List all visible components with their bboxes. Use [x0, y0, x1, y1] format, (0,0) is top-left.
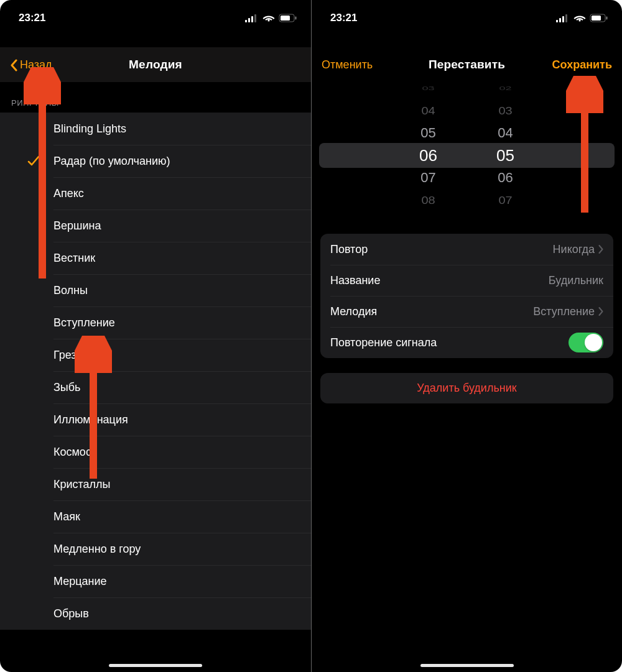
ringtone-item[interactable]: Медленно в гору: [0, 533, 311, 565]
ringtone-item[interactable]: Иллюминация: [0, 403, 311, 436]
status-bar: 23:21: [0, 0, 311, 27]
picker-item: 03: [404, 82, 453, 94]
svg-rect-12: [565, 14, 567, 22]
ringtone-label: Кристаллы: [53, 478, 111, 491]
row-name[interactable]: Название Будильник: [320, 265, 613, 296]
page-title: Мелодия: [129, 58, 182, 71]
svg-rect-15: [606, 17, 608, 20]
phone-right: 23:21 Отменить Переставить Сохранить 030…: [311, 0, 622, 672]
wifi-icon: [262, 14, 275, 22]
svg-rect-11: [562, 16, 564, 22]
page-title: Переставить: [429, 58, 505, 71]
ringtone-label: Мерцание: [53, 575, 107, 588]
status-bar: 23:21: [312, 0, 622, 27]
picker-minutes[interactable]: 02030405060708: [481, 77, 531, 214]
ringtone-label: Зыбь: [53, 381, 81, 394]
home-indicator[interactable]: [109, 664, 202, 667]
ringtone-label: Вступление: [53, 316, 115, 329]
row-value: Вступление: [533, 305, 595, 318]
delete-group: Удалить будильник: [320, 373, 613, 403]
alarm-settings-group: Повтор Никогда Название Будильник Мелоди…: [320, 234, 613, 358]
row-value: Никогда: [553, 243, 595, 256]
svg-rect-9: [556, 20, 558, 22]
ringtone-label: Маяк: [53, 510, 80, 523]
svg-rect-3: [254, 14, 256, 22]
row-melody[interactable]: Мелодия Вступление: [320, 296, 613, 327]
svg-rect-5: [281, 16, 290, 21]
svg-rect-2: [251, 16, 253, 22]
ringtone-list: Blinding LightsРадар (по умолчанию)Апекс…: [0, 113, 311, 630]
svg-rect-0: [245, 20, 247, 22]
ringtone-label: Радар (по умолчанию): [53, 155, 170, 168]
nav-bar: Назад Мелодия: [0, 47, 311, 82]
row-snooze: Повторение сигнала: [320, 327, 613, 358]
save-button[interactable]: Сохранить: [552, 58, 612, 71]
ringtone-label: Грезы: [53, 349, 85, 362]
ringtone-item[interactable]: Зыбь: [0, 371, 311, 403]
picker-item: 07: [404, 167, 453, 189]
row-label: Повтор: [330, 243, 368, 256]
ringtone-label: Волны: [53, 284, 88, 297]
ringtone-label: Апекс: [53, 187, 84, 200]
battery-icon: [279, 14, 297, 22]
ringtone-item[interactable]: Blinding Lights: [0, 113, 311, 145]
ringtone-item[interactable]: Мерцание: [0, 565, 311, 597]
ringtone-label: Медленно в гору: [53, 543, 141, 556]
ringtone-label: Обрыв: [53, 607, 89, 620]
row-value: Будильник: [549, 274, 603, 287]
cellular-dual-icon: [245, 14, 259, 22]
chevron-left-icon: [10, 59, 17, 71]
row-label: Повторение сигнала: [330, 336, 437, 349]
ringtone-item[interactable]: Кристаллы: [0, 468, 311, 500]
ringtone-item[interactable]: Апекс: [0, 177, 311, 209]
picker-item: 06: [404, 144, 453, 167]
picker-item: 08: [404, 191, 453, 209]
delete-alarm-button[interactable]: Удалить будильник: [320, 373, 613, 403]
ringtone-item[interactable]: Космос: [0, 436, 311, 468]
cellular-dual-icon: [556, 14, 570, 22]
picker-item: 04: [481, 122, 531, 144]
ringtone-item[interactable]: Волны: [0, 274, 311, 306]
back-button[interactable]: Назад: [10, 58, 52, 71]
status-time: 23:21: [330, 12, 357, 24]
status-icons: [556, 14, 608, 22]
ringtone-item[interactable]: Маяк: [0, 500, 311, 533]
ringtone-item[interactable]: Вступление: [0, 306, 311, 339]
ringtone-item[interactable]: Обрыв: [0, 597, 311, 630]
chevron-right-icon: [598, 307, 603, 316]
ringtone-label: Иллюминация: [53, 413, 128, 426]
home-indicator[interactable]: [420, 664, 514, 667]
picker-item: 07: [481, 191, 531, 209]
svg-rect-6: [295, 17, 297, 20]
ringtone-item[interactable]: Радар (по умолчанию): [0, 145, 311, 177]
picker-item: 05: [404, 122, 453, 144]
ringtone-label: Вестник: [53, 252, 95, 265]
status-icons: [245, 14, 297, 22]
svg-rect-1: [248, 18, 250, 22]
picker-item: 05: [481, 144, 531, 167]
wifi-icon: [573, 14, 586, 22]
svg-rect-14: [592, 16, 601, 21]
picker-item: 04: [404, 102, 453, 120]
picker-hours[interactable]: 03040506070809: [404, 77, 453, 214]
ringtone-label: Blinding Lights: [53, 122, 126, 136]
cancel-button[interactable]: Отменить: [322, 58, 373, 71]
picker-item: 02: [481, 82, 531, 94]
chevron-right-icon: [598, 245, 603, 254]
snooze-toggle[interactable]: [569, 333, 603, 352]
ringtone-item[interactable]: Вестник: [0, 242, 311, 274]
ringtone-label: Космос: [53, 446, 91, 459]
row-label: Название: [330, 274, 380, 287]
row-repeat[interactable]: Повтор Никогда: [320, 234, 613, 265]
back-label: Назад: [20, 58, 52, 71]
ringtone-item[interactable]: Вершина: [0, 209, 311, 242]
status-time: 23:21: [19, 12, 45, 24]
time-picker[interactable]: 03040506070809 02030405060708: [312, 87, 622, 224]
nav-bar: Отменить Переставить Сохранить: [312, 47, 622, 82]
picker-item: 03: [481, 102, 531, 120]
picker-item: 06: [481, 167, 531, 189]
ringtone-item[interactable]: Грезы: [0, 339, 311, 371]
ringtone-label: Вершина: [53, 219, 101, 232]
svg-rect-10: [559, 18, 561, 22]
checkmark-icon: [27, 155, 41, 167]
